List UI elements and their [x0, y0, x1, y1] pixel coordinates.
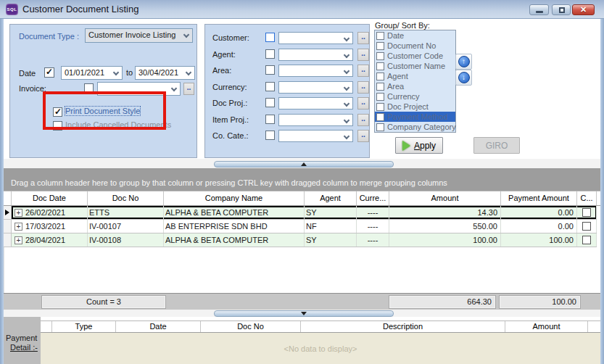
- groupsort-item-agent[interactable]: Agent: [375, 71, 455, 81]
- co-cate-browse-button[interactable]: [357, 130, 369, 142]
- apply-button[interactable]: Apply: [395, 137, 443, 154]
- cell-company-name: ALPHA & BETA COMPUTER: [164, 233, 305, 247]
- chevron-down-icon: [113, 70, 119, 75]
- customer-browse-button[interactable]: [357, 32, 369, 44]
- column-chooser-button[interactable]: [41, 321, 52, 332]
- table-row[interactable]: 28/04/2021 IV-00108 ALPHA & BETA COMPUTE…: [4, 233, 600, 247]
- area-checkbox[interactable]: [265, 65, 275, 75]
- item-proj-label: Item Proj.:: [212, 115, 249, 124]
- date-checkbox[interactable]: [44, 67, 54, 78]
- groupsort-item-payment-method[interactable]: Payment Method: [375, 112, 455, 122]
- splitter-track-bottom: [4, 310, 600, 317]
- giro-button[interactable]: GIRO: [473, 137, 520, 154]
- agent-checkbox[interactable]: [265, 49, 275, 59]
- cell-doc-no: IV-00108: [88, 233, 164, 247]
- cancelled-checkbox[interactable]: [582, 208, 591, 217]
- currency-checkbox[interactable]: [265, 82, 275, 91]
- groupsort-item-document-no[interactable]: Document No: [375, 41, 455, 51]
- date-from-picker[interactable]: 01/01/2021: [61, 66, 123, 80]
- group-by-bar[interactable]: Drag a column header here to group by th…: [4, 168, 600, 191]
- checkbox[interactable]: [376, 32, 384, 40]
- minimize-button[interactable]: [529, 4, 549, 15]
- checkbox[interactable]: [376, 113, 384, 121]
- checkbox[interactable]: [376, 52, 384, 60]
- column-chooser-button[interactable]: [4, 191, 12, 205]
- groupsort-item-doc-project[interactable]: Doc Project: [375, 102, 455, 112]
- expand-row-button[interactable]: [15, 209, 22, 217]
- groupsort-item-company-category[interactable]: Company Category: [375, 122, 455, 132]
- splitter-handle-bottom[interactable]: [214, 310, 394, 317]
- column-header-cancelled[interactable]: C...: [577, 191, 597, 205]
- item-proj-browse-button[interactable]: [357, 114, 369, 126]
- co-cate-checkbox[interactable]: [265, 131, 275, 140]
- currency-browse-button[interactable]: [357, 81, 369, 94]
- column-header-doc-no[interactable]: Doc No: [88, 191, 164, 205]
- column-header-type[interactable]: Type: [52, 321, 116, 332]
- column-header-date[interactable]: Date: [116, 321, 201, 332]
- column-header-doc-date[interactable]: Doc Date: [12, 191, 88, 205]
- doc-proj-select[interactable]: [278, 97, 353, 109]
- checkbox[interactable]: [376, 123, 384, 131]
- groupsort-item-customer-code[interactable]: Customer Code: [375, 51, 455, 61]
- customer-label: Customer:: [212, 33, 249, 42]
- table-row[interactable]: 26/02/2021 ETTS ALPHA & BETA COMPUTER SY…: [4, 206, 600, 220]
- doc-proj-label: Doc Proj.:: [212, 99, 247, 107]
- cell-amount: 100.00: [389, 233, 501, 247]
- payment-detail-section: Payment Detail :- Type Date Doc No Descr…: [4, 317, 600, 364]
- agent-browse-button[interactable]: [357, 49, 369, 61]
- column-header-description[interactable]: Description: [301, 321, 505, 332]
- expand-row-button[interactable]: [15, 236, 22, 244]
- payment-grid-empty: <No data to display>: [41, 333, 600, 364]
- header-filler: [588, 321, 600, 332]
- column-header-company-name[interactable]: Company Name: [164, 191, 305, 205]
- column-header-currency[interactable]: Curre...: [357, 191, 389, 205]
- checkbox[interactable]: [376, 42, 384, 50]
- column-header-amount[interactable]: Amount: [389, 191, 501, 205]
- expand-row-button[interactable]: [15, 223, 22, 231]
- agent-select[interactable]: [278, 49, 353, 61]
- item-proj-select[interactable]: [278, 114, 353, 126]
- restore-button[interactable]: [552, 4, 571, 15]
- currency-select[interactable]: [278, 81, 353, 94]
- column-header-doc-no[interactable]: Doc No: [201, 321, 301, 332]
- cell-currency: ----: [357, 220, 389, 233]
- customer-select[interactable]: [278, 32, 353, 44]
- close-button[interactable]: [572, 4, 595, 15]
- column-header-payment-amount[interactable]: Payment Amount: [501, 191, 577, 205]
- groupsort-item-currency[interactable]: Currency: [375, 91, 455, 102]
- date-to-picker[interactable]: 30/04/2021: [135, 66, 195, 80]
- cell-amount: 14.30: [389, 206, 501, 219]
- groupsort-item-area[interactable]: Area: [375, 81, 455, 91]
- area-browse-button[interactable]: [357, 65, 369, 77]
- doc-proj-browse-button[interactable]: [357, 97, 369, 109]
- checkbox[interactable]: [376, 93, 384, 101]
- checkbox[interactable]: [376, 62, 384, 70]
- move-down-button[interactable]: [455, 70, 472, 86]
- row-indicator: [4, 206, 12, 220]
- checkbox[interactable]: [376, 83, 384, 91]
- cell-agent: SY: [305, 206, 357, 219]
- titlebar[interactable]: SQL Customer Document Listing: [0, 0, 604, 19]
- checkbox[interactable]: [376, 103, 384, 111]
- doc-proj-checkbox[interactable]: [265, 98, 275, 107]
- cancelled-checkbox[interactable]: [582, 222, 591, 231]
- co-cate-select[interactable]: [278, 130, 353, 142]
- column-header-agent[interactable]: Agent: [305, 191, 357, 205]
- window-border-right: [600, 19, 604, 364]
- groupsort-item-customer-name[interactable]: Customer Name: [375, 61, 455, 71]
- group-by-hint: Drag a column header here to group by th…: [11, 178, 447, 187]
- cell-currency: ----: [357, 233, 389, 247]
- item-proj-checkbox[interactable]: [265, 115, 275, 124]
- customer-checkbox[interactable]: [265, 33, 275, 42]
- cancelled-checkbox[interactable]: [582, 236, 591, 244]
- move-up-button[interactable]: [455, 54, 472, 70]
- area-select[interactable]: [278, 65, 353, 77]
- table-row[interactable]: 17/03/2021 IV-00107 AB ENTERPRISE SDN BH…: [4, 220, 600, 233]
- document-type-select[interactable]: Customer Invoice Listing: [85, 28, 193, 43]
- chevron-down-icon: [344, 52, 349, 58]
- splitter-handle-top[interactable]: [214, 161, 394, 167]
- groupsort-item-date[interactable]: Date: [375, 30, 455, 41]
- checkbox[interactable]: [376, 73, 384, 80]
- invoice-browse-button[interactable]: [183, 83, 194, 95]
- column-header-amount[interactable]: Amount: [505, 321, 588, 332]
